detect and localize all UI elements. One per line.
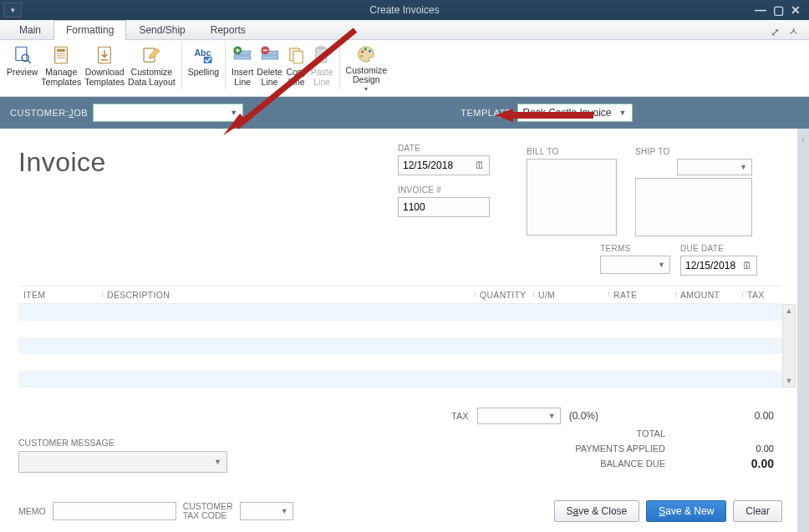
svg-rect-20 — [293, 51, 303, 63]
collapse-ribbon-icon[interactable]: ㅅ — [788, 24, 799, 39]
collapse-right-panel[interactable]: ‹ — [797, 129, 809, 532]
paste-line-label: Paste Line — [311, 68, 333, 87]
invoice-number-value: 1100 — [403, 201, 425, 213]
spelling-button[interactable]: Abc Spelling — [186, 43, 221, 93]
line-items-header: ITEM DESCRIPTION QUANTITY U/M RATE AMOUN… — [18, 286, 782, 304]
copy-line-button[interactable]: Copy Line — [284, 43, 309, 93]
col-description: DESCRIPTION — [102, 290, 475, 300]
svg-point-25 — [369, 50, 371, 53]
delete-line-button[interactable]: Delete Line — [255, 43, 283, 93]
customer-job-dropdown[interactable]: ▼ — [93, 104, 243, 122]
grid-scrollbar[interactable]: ▲ ▼ — [782, 304, 796, 388]
due-date-value: 12/15/2018 — [685, 260, 735, 271]
ship-to-textarea[interactable] — [635, 178, 752, 236]
fullscreen-icon[interactable]: ⤢ — [771, 26, 780, 38]
line-items-body[interactable] — [18, 304, 782, 388]
pencil-page-icon — [140, 44, 162, 66]
line-item-row[interactable] — [18, 304, 782, 321]
calendar-icon[interactable]: 🗓 — [742, 260, 752, 271]
date-label: DATE — [398, 144, 490, 153]
due-date-field[interactable]: 12/15/2018 🗓 — [680, 256, 757, 276]
ship-to-dropdown[interactable]: ▼ — [677, 159, 752, 175]
col-um: U/M — [533, 290, 608, 300]
terms-dropdown[interactable]: ▼ — [600, 256, 670, 274]
balance-due-value: 0.00 — [732, 457, 774, 470]
ribbon: Preview Manage Templates Download Templa… — [0, 40, 809, 97]
customize-data-layout-button[interactable]: Customize Data Layout — [126, 43, 177, 93]
tab-send-ship[interactable]: Send/Ship — [126, 20, 197, 39]
total-label: TOTAL — [637, 428, 665, 438]
tab-main[interactable]: Main — [7, 20, 53, 39]
window-menu-toggle[interactable]: ▾ — [3, 3, 22, 18]
paste-line-button: Paste Line — [309, 43, 335, 93]
template-value: Rock Castle Invoice — [523, 107, 612, 119]
scroll-up-icon[interactable]: ▲ — [786, 305, 793, 317]
customer-tax-code-dropdown[interactable]: ▼ — [240, 502, 293, 520]
svg-rect-0 — [16, 47, 27, 60]
svg-rect-4 — [57, 49, 65, 52]
magnifier-page-icon — [12, 44, 33, 66]
tax-percent: (0.0%) — [569, 410, 598, 422]
tabstrip: Main Formatting Send/Ship Reports ⤢ ㅅ — [0, 20, 809, 40]
ribbon-separator — [339, 43, 340, 89]
close-button[interactable]: ✕ — [791, 3, 801, 17]
preview-button[interactable]: Preview — [5, 43, 39, 93]
copy-line-label: Copy Line — [286, 68, 307, 87]
svg-text:Abc: Abc — [195, 48, 211, 58]
customize-design-button[interactable]: Customize Design ▾ — [344, 43, 389, 93]
line-item-row[interactable] — [18, 337, 782, 354]
template-label: TEMPLATE — [460, 108, 511, 118]
preview-label: Preview — [7, 68, 38, 78]
svg-rect-21 — [316, 48, 327, 63]
svg-rect-14 — [234, 56, 251, 59]
tax-row: TAX ▼ (0.0%) 0.00 — [18, 408, 782, 424]
scroll-down-icon[interactable]: ▼ — [786, 375, 793, 387]
customer-job-label: CUSTOMER:JOB — [10, 108, 88, 118]
customer-tax-code-label: CUSTOMER TAX CODE — [183, 502, 233, 520]
memo-label: MEMO — [18, 506, 46, 516]
col-rate: RATE — [608, 290, 675, 300]
calendar-icon[interactable]: 🗓 — [475, 160, 485, 171]
col-quantity: QUANTITY — [475, 290, 533, 300]
customer-message-label: CUSTOMER MESSAGE — [18, 438, 227, 448]
maximize-button[interactable]: ▢ — [773, 3, 784, 17]
delete-row-icon — [259, 44, 281, 66]
invoice-number-field[interactable]: 1100 — [398, 197, 490, 217]
line-item-row[interactable] — [18, 321, 782, 337]
manage-templates-button[interactable]: Manage Templates — [39, 43, 83, 93]
svg-rect-22 — [318, 46, 324, 48]
spelling-label: Spelling — [188, 68, 219, 78]
window-title: Create Invoices — [369, 4, 439, 16]
save-and-close-button[interactable]: Save & Close — [554, 500, 640, 522]
balance-due-label: BALANCE DUE — [600, 459, 665, 469]
titlebar: ▾ Create Invoices — ▢ ✕ — [0, 0, 809, 20]
spellcheck-icon: Abc — [192, 44, 214, 66]
document-title: Invoice — [18, 147, 106, 178]
palette-icon — [355, 44, 377, 64]
download-page-icon — [94, 44, 115, 66]
download-templates-label: Download Templates — [84, 68, 125, 87]
date-value: 12/15/2018 — [403, 160, 453, 171]
svg-point-24 — [364, 48, 367, 50]
line-item-row[interactable] — [18, 371, 782, 388]
save-and-new-button[interactable]: Save & New — [646, 500, 726, 522]
insert-row-icon — [232, 44, 253, 66]
download-templates-button[interactable]: Download Templates — [83, 43, 126, 93]
selector-bar: CUSTOMER:JOB ▼ TEMPLATE Rock Castle Invo… — [0, 97, 809, 129]
date-field[interactable]: 12/15/2018 🗓 — [398, 155, 490, 175]
memo-field[interactable] — [53, 502, 176, 520]
bill-to-textarea[interactable] — [527, 159, 617, 236]
template-dropdown[interactable]: Rock Castle Invoice▼ — [517, 104, 633, 122]
svg-rect-17 — [262, 56, 278, 59]
ribbon-separator — [225, 43, 226, 89]
tab-reports[interactable]: Reports — [198, 20, 258, 39]
tab-formatting[interactable]: Formatting — [53, 20, 126, 40]
clear-button[interactable]: Clear — [733, 500, 782, 522]
copy-icon — [286, 44, 308, 66]
tax-dropdown[interactable]: ▼ — [477, 408, 561, 424]
customer-message-dropdown[interactable]: ▼ — [18, 451, 227, 473]
minimize-button[interactable]: — — [755, 3, 766, 17]
insert-line-button[interactable]: Insert Line — [230, 43, 255, 93]
line-item-row[interactable] — [18, 354, 782, 371]
due-date-label: DUE DATE — [680, 244, 757, 253]
